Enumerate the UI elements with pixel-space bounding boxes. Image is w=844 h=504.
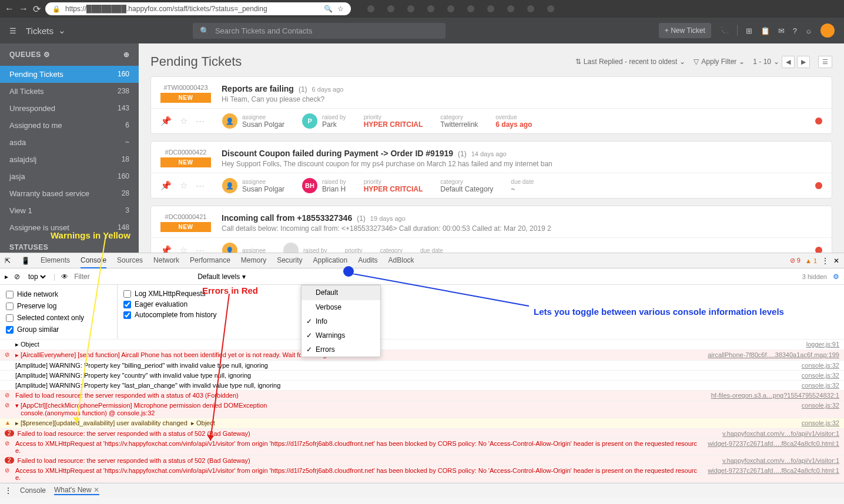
console-row[interactable]: 2Failed to load resource: the server res… [0,429,844,439]
sidebar-item[interactable]: Pending Tickets160 [0,66,139,83]
console-row[interactable]: ⊘▾ [AppCtrl][checkMicrophonePermission] … [0,401,844,418]
phone-icon[interactable]: 📞 [719,26,729,35]
sidebar-item[interactable]: View 13 [0,202,139,219]
console-row[interactable]: [Amplitude] WARNING: Property key "billi… [0,361,844,371]
pin-icon[interactable]: 📌 [160,180,172,191]
log-source[interactable]: logger.js:91 [806,341,839,348]
add-queue-button[interactable]: ⊕ [123,51,130,59]
sidebar-item[interactable]: All Tickets238 [0,83,139,100]
devtools-tab-security[interactable]: Security [277,253,302,268]
back-button[interactable]: ← [5,4,14,14]
console-option[interactable]: Log XMLHttpRequests [118,288,844,299]
star-icon[interactable]: ☆ [337,5,344,13]
mail-icon[interactable]: ✉ [778,26,785,35]
ticket-card[interactable]: #DC00000422 NEW Discount Coupon failed d… [150,141,832,199]
log-source[interactable]: aircallPhone-7f80c6f….38340a1ac6f.map:19… [708,351,839,358]
drawer-whatsnew[interactable]: What's New ✕ [54,486,99,495]
pager-next[interactable]: ▶ [797,56,810,68]
levels-dropdown-trigger[interactable]: Default levels ▾ [197,273,245,281]
ticket-card[interactable]: #TWI00000423 NEW Reports are failing (1)… [150,76,832,134]
devtools-tab-application[interactable]: Application [313,253,348,268]
console-row[interactable]: ⊘Access to XMLHttpRequest at 'https://v.… [0,466,844,483]
sidebar-item[interactable]: Warranty based service28 [0,185,139,202]
star-icon[interactable]: ☆ [180,116,187,126]
log-source[interactable]: console.js:32 [802,362,839,369]
view-toggle[interactable]: ☰ [818,56,832,68]
console-option[interactable]: Hide network [0,288,117,300]
log-source[interactable]: widget-97237c2671afd….f8ca24a8cfc0.html:… [708,467,839,474]
more-icon[interactable]: ⋯ [196,116,205,126]
devtools-tab-performance[interactable]: Performance [190,253,230,268]
app-title[interactable]: Tickets ⌄ [26,25,66,36]
help-icon[interactable]: ? [793,26,797,35]
log-source[interactable]: console.js:32 [802,382,839,389]
sidebar-item[interactable]: jasja160 [0,168,139,185]
pin-icon[interactable]: 📌 [160,116,172,126]
log-source[interactable]: widget-97237c2671afd….f8ca24a8cfc0.html:… [708,440,839,447]
console-row[interactable]: 2Failed to load resource: the server res… [0,456,844,466]
level-default[interactable]: Default [302,285,380,300]
new-ticket-button[interactable]: + New Ticket [659,23,711,38]
level-verbose[interactable]: Verbose [302,300,380,314]
console-row[interactable]: ⊘Failed to load resource: the server res… [0,391,844,401]
level-info[interactable]: ✓Info [302,314,380,328]
drawer-menu[interactable]: ⋮ [5,486,12,495]
console-row[interactable]: ▲▸ [$presence][updated_availability] use… [0,418,844,429]
console-row[interactable]: ⊘▸ [AircallEverywhere] [send function] A… [0,350,844,361]
device-icon[interactable]: 📱 [21,257,30,265]
filter-control[interactable]: ▽ Apply Filter ⌄ [694,58,745,66]
forward-button[interactable]: → [19,4,28,14]
warning-count[interactable]: ▲ 1 [805,257,817,264]
error-count[interactable]: ⊘ 9 [790,257,801,264]
sidebar-item[interactable]: aslajdslj18 [0,151,139,168]
ticket-title[interactable]: Reports are failing [222,84,294,93]
more-icon[interactable]: ⋯ [196,245,205,253]
ticket-title[interactable]: Discount Coupon failed during Payment ->… [222,149,453,158]
sidebar-item[interactable]: asda~ [0,134,139,151]
log-source[interactable]: v.happyfoxchat.com/v…fo/api/v1/visitor:1 [722,457,839,464]
level-warnings[interactable]: ✓Warnings [302,328,380,342]
log-source[interactable]: console.js:32 [802,419,839,426]
sidebar-item[interactable]: Assignee is unset148 [0,219,139,236]
url-bar[interactable]: 🔒 https://████████.happyfox.com/staff/ti… [45,2,351,15]
more-icon[interactable]: ⋯ [196,180,205,191]
settings-icon[interactable]: ☼ [805,26,812,35]
devtools-tab-audits[interactable]: Audits [358,253,377,268]
menu-icon[interactable]: ☰ [9,26,16,35]
sidebar-item[interactable]: Unresponded143 [0,100,139,117]
user-avatar[interactable] [820,23,835,38]
devtools-tab-network[interactable]: Network [153,253,179,268]
console-row[interactable]: ▸ Objectlogger.js:91 [0,340,844,350]
log-source[interactable]: console.js:32 [802,372,839,379]
pin-icon[interactable]: 📌 [160,245,172,253]
sort-control[interactable]: ⇅ Last Replied - recent to oldest ⌄ [575,58,685,66]
console-row[interactable]: ⊘Access to XMLHttpRequest at 'https://v.… [0,439,844,456]
drawer-console[interactable]: Console [20,486,46,495]
console-sidebar-icon[interactable]: ▸ [5,273,8,281]
log-source[interactable]: hf-files-oregon.s3.a…png?1554795524832:1 [711,392,839,399]
devtools-close[interactable]: ✕ [833,257,839,265]
search-input[interactable]: 🔍 Search Tickets and Contacts [193,23,446,39]
clear-console-icon[interactable]: ⊘ [14,273,20,281]
devtools-tab-adblock[interactable]: AdBlock [388,253,414,268]
log-source[interactable]: console.js:32 [802,402,839,409]
close-icon[interactable]: ✕ [93,486,99,494]
devtools-tab-elements[interactable]: Elements [41,253,70,268]
console-option[interactable]: Preserve log [0,300,117,312]
console-option[interactable]: Selected context only [0,312,117,324]
sidebar-item[interactable]: Assigned to me6 [0,117,139,134]
panel-icon[interactable]: ⊞ [746,26,752,35]
log-source[interactable]: v.happyfoxchat.com/v…fo/api/v1/visitor:1 [722,430,839,437]
star-icon[interactable]: ☆ [180,245,187,253]
context-select[interactable]: top [26,272,48,281]
devtools-menu[interactable]: ⋮ [822,257,829,265]
pager-prev[interactable]: ◀ [782,56,795,68]
devtools-tab-memory[interactable]: Memory [241,253,266,268]
inspect-icon[interactable]: ⇱ [5,257,11,265]
eye-icon[interactable]: 👁 [61,273,68,281]
console-option[interactable]: Autocomplete from history [118,310,844,320]
ticket-card[interactable]: #DC00000421 NEW Incoming call from +1855… [150,206,832,253]
console-row[interactable]: [Amplitude] WARNING: Property key "last_… [0,381,844,391]
console-option[interactable]: Eager evaluation [118,299,844,310]
reload-button[interactable]: ⟳ [33,4,41,15]
